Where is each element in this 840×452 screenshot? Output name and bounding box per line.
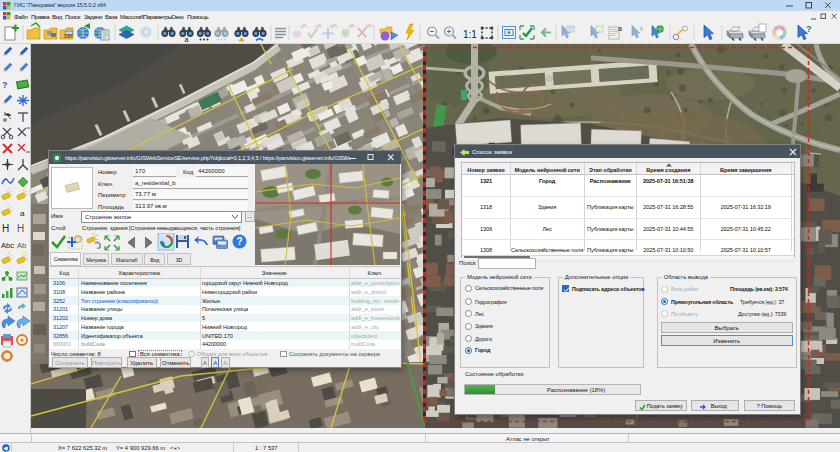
svg-text:Ab: Ab xyxy=(17,241,26,250)
svg-text:a: a xyxy=(20,209,25,218)
svg-text:1:1: 1:1 xyxy=(463,29,477,40)
svg-text:a: a xyxy=(618,25,622,32)
svg-text:Abc: Abc xyxy=(1,241,14,250)
svg-text:?: ? xyxy=(237,236,243,247)
svg-text:DBF: DBF xyxy=(64,34,73,39)
svg-text:H: H xyxy=(17,223,24,234)
svg-text:H: H xyxy=(2,223,9,234)
svg-text:?: ? xyxy=(2,80,8,90)
svg-text:a: a xyxy=(185,36,189,43)
svg-text:?: ? xyxy=(806,24,812,34)
